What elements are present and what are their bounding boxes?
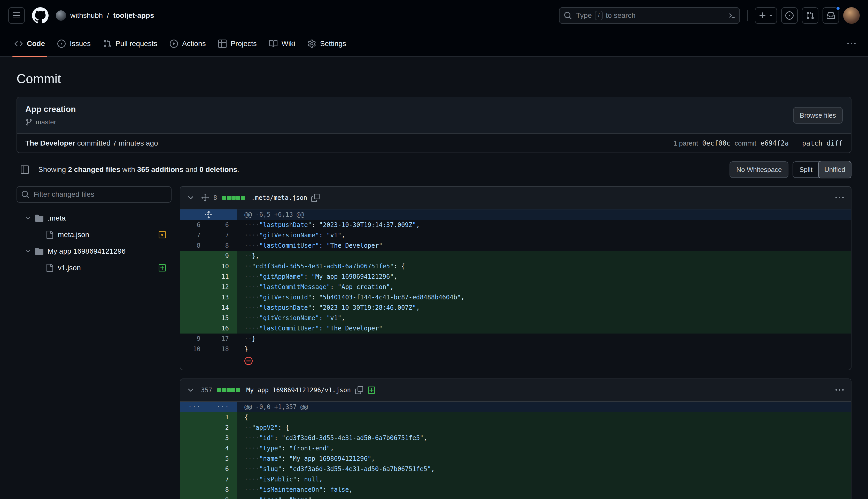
unified-view-button[interactable]: Unified bbox=[818, 161, 852, 179]
file-tree-toggle-button[interactable] bbox=[16, 161, 33, 178]
issues-dashboard-button[interactable] bbox=[781, 7, 798, 24]
breadcrumb-owner[interactable]: withshubh bbox=[70, 11, 103, 20]
new-line-number: 8 bbox=[209, 485, 237, 495]
commit-box: App creation master Browse files The Dev… bbox=[16, 97, 852, 153]
user-avatar[interactable] bbox=[843, 7, 860, 24]
tab-projects[interactable]: Projects bbox=[212, 31, 263, 56]
breadcrumb-repo[interactable]: tooljet-apps bbox=[113, 11, 154, 20]
old-line-number bbox=[180, 433, 209, 443]
old-line-number bbox=[180, 453, 209, 464]
code-line: ····"lastCommitMessage": "App creation", bbox=[237, 282, 851, 292]
file-tree-sidebar: Filter changed files .metameta.jsonMy ap… bbox=[16, 186, 172, 276]
diff-line: 8····"isMaintenanceOn": false, bbox=[180, 485, 851, 495]
filter-placeholder: Filter changed files bbox=[34, 190, 94, 198]
command-palette-icon[interactable] bbox=[727, 11, 735, 20]
old-line-number: 8 bbox=[180, 241, 209, 251]
diff-filename[interactable]: My app 1698694121296/v1.json bbox=[246, 387, 351, 394]
diff-filename[interactable]: .meta/meta.json bbox=[251, 194, 307, 202]
old-line-number bbox=[180, 443, 209, 453]
file-options-button[interactable] bbox=[835, 386, 844, 394]
tab-issues[interactable]: Issues bbox=[51, 31, 97, 56]
branch-name[interactable]: master bbox=[36, 118, 56, 126]
old-line-number bbox=[180, 495, 209, 499]
old-line-number bbox=[180, 292, 209, 303]
tree-file-v1.json[interactable]: v1.json bbox=[16, 259, 172, 276]
header-divider bbox=[747, 10, 747, 21]
filter-files-input[interactable]: Filter changed files bbox=[16, 186, 172, 203]
diff-line: 2··"appV2": { bbox=[180, 423, 851, 433]
diff-line: 10··"cd3f3a6d-3d55-4e31-ad50-6a7b06751fe… bbox=[180, 261, 851, 271]
diff-line: 917··} bbox=[180, 333, 851, 344]
git-pull-request-icon bbox=[103, 39, 111, 48]
expand-hunk-button[interactable] bbox=[180, 209, 237, 220]
diff-link[interactable]: diff bbox=[827, 139, 843, 147]
copy-path-button[interactable] bbox=[355, 386, 363, 394]
tree-item-label: .meta bbox=[48, 214, 66, 222]
code-line: ····"type": "front-end", bbox=[237, 443, 851, 453]
commit-message: App creation bbox=[25, 105, 76, 114]
new-line-number: 6 bbox=[209, 220, 237, 230]
tree-folder-.meta[interactable]: .meta bbox=[16, 210, 172, 227]
copy-path-button[interactable] bbox=[311, 194, 319, 202]
tree-file-meta.json[interactable]: meta.json bbox=[16, 227, 172, 243]
create-new-button[interactable] bbox=[755, 7, 777, 24]
collapse-file-button[interactable] bbox=[185, 192, 197, 204]
branch-row: master bbox=[25, 118, 76, 126]
tab-code[interactable]: Code bbox=[8, 31, 51, 56]
code-line: ····"isMaintenanceOn": false, bbox=[237, 485, 851, 495]
split-view-button[interactable]: Split bbox=[793, 161, 819, 178]
code-line: ··} bbox=[237, 333, 851, 344]
collapse-file-button[interactable] bbox=[185, 384, 197, 397]
breadcrumb-separator: / bbox=[107, 11, 109, 20]
patch-link[interactable]: patch bbox=[802, 139, 822, 147]
browse-files-button[interactable]: Browse files bbox=[793, 107, 843, 124]
code-line: ····"lastpushDate": "2023-10-30T19:28:46… bbox=[237, 303, 851, 313]
code-line: ····"id": "cd3f3a6d-3d55-4e31-ad50-6a7b0… bbox=[237, 433, 851, 443]
old-line-number: 7 bbox=[180, 230, 209, 241]
diffstat-count: 357 bbox=[201, 387, 212, 394]
global-search-input[interactable]: Type / to search bbox=[559, 7, 740, 24]
diff-line: 6····"slug": "cd3f3a6d-3d55-4e31-ad50-6a… bbox=[180, 464, 851, 474]
diff-line: 14····"lastpushDate": "2023-10-30T19:28:… bbox=[180, 303, 851, 313]
diffstat-count: 8 bbox=[213, 194, 217, 202]
diff-line: 13····"gitVersionId": "5b401403-f144-4c4… bbox=[180, 292, 851, 303]
file-icon bbox=[46, 264, 54, 272]
code-line: { bbox=[237, 412, 851, 423]
nav-overflow-button[interactable] bbox=[843, 35, 860, 52]
new-line-number: 18 bbox=[209, 344, 237, 354]
tab-actions[interactable]: Actions bbox=[164, 31, 212, 56]
drag-handle-icon[interactable] bbox=[201, 194, 209, 202]
diff-list: 8.meta/meta.json@@ -6,5 +6,13 @@66····"l… bbox=[180, 186, 852, 499]
diff-line: 7····"isPublic": null, bbox=[180, 474, 851, 485]
search-placeholder: Type / to search bbox=[576, 11, 723, 20]
plus-icon bbox=[758, 11, 767, 20]
parent-sha-link[interactable]: 0ecf00c bbox=[702, 139, 731, 147]
notifications-button[interactable] bbox=[822, 7, 839, 24]
hamburger-menu-button[interactable] bbox=[8, 7, 25, 24]
diffstat-blocks bbox=[222, 196, 245, 200]
header-actions: Type / to search bbox=[559, 7, 860, 24]
new-line-number: 5 bbox=[209, 453, 237, 464]
tab-wiki[interactable]: Wiki bbox=[263, 31, 301, 56]
tab-settings[interactable]: Settings bbox=[301, 31, 352, 56]
repo-nav: CodeIssuesPull requestsActionsProjectsWi… bbox=[0, 31, 868, 57]
new-line-number: 11 bbox=[209, 271, 237, 282]
diff-file-header: 357My app 1698694121296/v1.json bbox=[180, 379, 851, 402]
diff-line: 16····"lastCommitUser": "The Developer" bbox=[180, 323, 851, 333]
tree-folder-my-app-1698694121296[interactable]: My app 1698694121296 bbox=[16, 243, 172, 259]
file-options-button[interactable] bbox=[835, 194, 844, 202]
new-line-number: 14 bbox=[209, 303, 237, 313]
no-whitespace-button[interactable]: No Whitespace bbox=[730, 161, 789, 178]
old-line-number bbox=[180, 303, 209, 313]
commit-byline: The Developer committed 7 minutes ago bbox=[25, 139, 158, 147]
code-line: ····"gitVersionId": "5b401403-f144-4c41-… bbox=[237, 292, 851, 303]
tab-pull-requests[interactable]: Pull requests bbox=[97, 31, 164, 56]
pull-requests-dashboard-button[interactable] bbox=[802, 7, 818, 24]
old-line-number bbox=[180, 313, 209, 323]
hunk-header-row: ······@@ -0,0 +1,357 @@ bbox=[180, 402, 851, 412]
new-line-number: 7 bbox=[209, 474, 237, 485]
commit-author[interactable]: The Developer bbox=[25, 139, 75, 147]
github-logo[interactable] bbox=[32, 7, 49, 24]
sidebar-icon bbox=[21, 166, 29, 174]
play-icon bbox=[170, 39, 178, 48]
